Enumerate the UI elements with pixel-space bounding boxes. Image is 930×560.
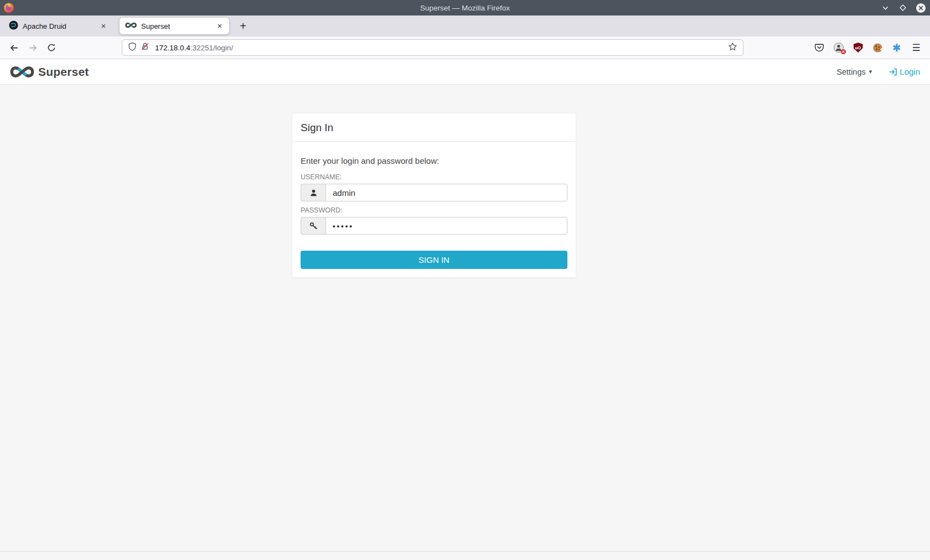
url-path: :32251/login/ bbox=[190, 44, 233, 52]
asterisk-extension-icon[interactable]: ✱ bbox=[891, 42, 903, 54]
browser-toolbar: 172.18.0.4:32251/login/ ✕ uO bbox=[0, 37, 930, 59]
window-controls bbox=[880, 0, 926, 15]
back-icon[interactable] bbox=[6, 39, 22, 56]
page-footer bbox=[0, 551, 930, 560]
insecure-lock-icon[interactable] bbox=[141, 42, 149, 53]
superset-logo[interactable]: Superset bbox=[10, 65, 89, 79]
forward-icon[interactable] bbox=[24, 39, 41, 56]
navbar-right: Settings ▾ Login bbox=[836, 67, 920, 76]
card-header: Sign In bbox=[292, 113, 576, 142]
password-group bbox=[301, 217, 567, 235]
new-tab-button[interactable]: + bbox=[235, 18, 251, 34]
sign-in-title: Sign In bbox=[301, 122, 567, 134]
cookie-extension-icon[interactable] bbox=[871, 42, 884, 54]
tab-label: Superset bbox=[141, 22, 210, 30]
login-link[interactable]: Login bbox=[888, 67, 920, 76]
tab-close-icon[interactable]: × bbox=[215, 21, 225, 31]
settings-menu[interactable]: Settings ▾ bbox=[836, 68, 872, 76]
brand-name: Superset bbox=[38, 65, 89, 79]
username-input[interactable] bbox=[326, 184, 567, 201]
tracking-shield-icon[interactable] bbox=[128, 42, 137, 54]
druid-favicon-icon bbox=[9, 20, 18, 32]
url-bar[interactable]: 172.18.0.4:32251/login/ bbox=[122, 39, 743, 56]
tab-bar: Apache Druid × Superset × + bbox=[0, 15, 930, 37]
sign-in-icon bbox=[888, 68, 897, 76]
superset-navbar: Superset Settings ▾ Login bbox=[0, 59, 930, 85]
minimize-icon[interactable] bbox=[880, 2, 891, 13]
firefox-icon bbox=[3, 2, 15, 14]
superset-favicon-icon bbox=[125, 22, 137, 30]
reload-icon[interactable] bbox=[43, 39, 60, 56]
superset-infinity-icon bbox=[10, 65, 34, 79]
key-icon bbox=[301, 217, 326, 235]
username-label: USERNAME: bbox=[301, 173, 567, 181]
close-icon[interactable] bbox=[915, 2, 926, 13]
window-title: Superset — Mozilla Firefox bbox=[0, 4, 930, 12]
bookmark-star-icon[interactable] bbox=[728, 42, 737, 54]
tab-apache-druid[interactable]: Apache Druid × bbox=[3, 18, 113, 34]
tab-superset[interactable]: Superset × bbox=[120, 18, 229, 34]
sign-in-card: Sign In Enter your login and password be… bbox=[292, 113, 576, 278]
tab-label: Apache Druid bbox=[23, 22, 94, 30]
tab-close-icon[interactable]: × bbox=[99, 21, 108, 31]
url-host: 172.18.0.4 bbox=[155, 44, 190, 52]
maximize-icon[interactable] bbox=[897, 2, 908, 13]
settings-label: Settings bbox=[836, 68, 865, 76]
ublock-origin-icon[interactable]: uO bbox=[852, 42, 864, 54]
page-content: Sign In Enter your login and password be… bbox=[0, 85, 930, 551]
login-instructions: Enter your login and password below: bbox=[301, 156, 567, 165]
user-icon bbox=[301, 184, 326, 201]
menu-hamburger-icon[interactable]: ☰ bbox=[910, 42, 922, 54]
url-text[interactable]: 172.18.0.4:32251/login/ bbox=[155, 44, 724, 52]
card-body: Enter your login and password below: USE… bbox=[292, 142, 576, 277]
password-input[interactable] bbox=[326, 217, 567, 235]
username-group bbox=[301, 184, 567, 201]
toolbar-extensions: ✕ uO ✱ ☰ bbox=[813, 42, 924, 54]
proxy-extension-icon[interactable]: ✕ bbox=[833, 42, 845, 54]
extension-disabled-badge: ✕ bbox=[841, 49, 846, 54]
login-label: Login bbox=[900, 67, 920, 76]
password-label: PASSWORD: bbox=[301, 206, 567, 214]
window-titlebar: Superset — Mozilla Firefox bbox=[0, 0, 930, 15]
sign-in-button[interactable]: SIGN IN bbox=[301, 251, 567, 269]
chevron-down-icon: ▾ bbox=[869, 68, 872, 75]
pocket-icon[interactable] bbox=[813, 42, 825, 54]
